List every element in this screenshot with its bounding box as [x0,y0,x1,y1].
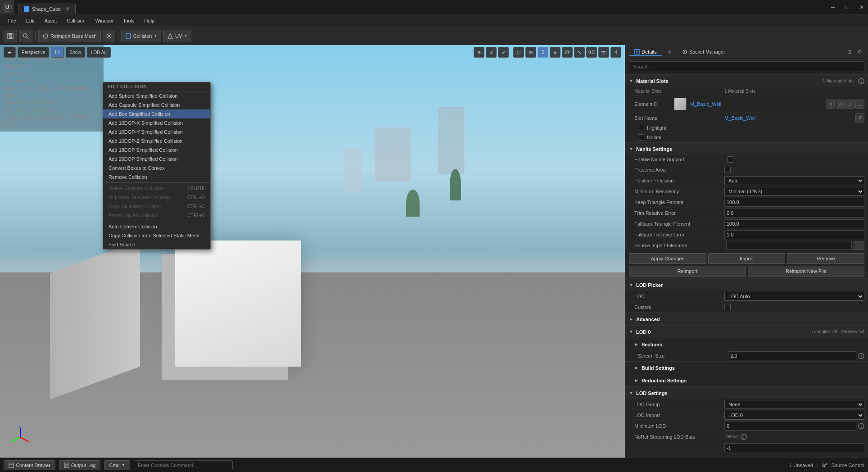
minimum-residency-select[interactable]: Minimal (32KB) [724,187,864,196]
search-button[interactable] [19,30,32,42]
camera-value[interactable]: 4 [610,47,621,58]
nanite-settings-section-header[interactable]: ▼ Nanite Settings [625,142,868,155]
collision-button[interactable]: Collision ▼ [121,30,162,42]
lod-settings-section-header[interactable]: ▼ LOD Settings [625,386,868,399]
grid-button[interactable]: ⊞ [525,47,536,58]
menu-tools[interactable]: Tools [118,17,139,24]
ctx-auto-convex[interactable]: Auto Convex Collision [103,222,210,231]
mat-use-button[interactable]: ↺ [826,100,835,109]
min-lod-input[interactable] [724,422,856,431]
ctx-add-18dop[interactable]: Add 18DOP Simplified Collision [103,145,210,154]
minimize-button[interactable]: ─ [827,3,839,11]
slot-reset-button[interactable]: ↺ [855,113,864,123]
ctx-add-26dop[interactable]: Add 26DOP Simplified Collision [103,154,210,163]
material-slots-info[interactable]: i [858,78,864,84]
lod-select[interactable]: LOD Auto [724,292,864,301]
preserve-area-checkbox[interactable] [724,167,731,173]
details-tab[interactable]: Details [629,48,662,56]
menu-window[interactable]: Window [91,17,118,24]
menu-asset[interactable]: Asset [40,17,62,24]
reimport-button[interactable]: Reimport Base Mesh [38,30,101,42]
title-tab-shape-cube[interactable]: Shape_Cube ✕ [18,4,76,14]
menu-edit[interactable]: Edit [22,17,39,24]
hamburger-menu[interactable]: ☰ [4,47,16,58]
panel-settings[interactable]: ⚙ [855,48,864,57]
fallback-triangle-input[interactable] [724,219,864,228]
ue-logo[interactable]: U [0,0,14,14]
reimport-new-file-button[interactable]: Reimport New File [748,266,865,277]
snap-value[interactable]: 10° [562,47,573,58]
import-button[interactable]: Import [708,253,786,264]
ctx-copy-selected[interactable]: Copy Selected Collision CTRL+C [103,202,210,211]
details-tab-close[interactable]: ✕ [666,49,673,56]
material-swatch[interactable] [674,98,687,110]
lod-group-select[interactable]: None [724,400,864,409]
ctx-find-source[interactable]: Find Source [103,240,210,249]
source-import-input[interactable] [726,241,852,250]
angle-snap[interactable]: ◈ [550,47,561,58]
source-browse-button[interactable]: … [854,241,864,250]
panel-grid-view[interactable]: ⊞ [845,48,854,57]
ctx-remove-collision[interactable]: Remove Collision [103,172,210,182]
lod-import-select[interactable]: LOD 0 [724,411,864,420]
lod0-section-header[interactable]: ▼ LOD 0 Triangles: 48 Vertices: 54 [625,325,868,338]
ctx-paste-copied[interactable]: Paste Copied Collision CTRL+V [103,211,210,220]
mat-find-button[interactable]: ⬡ [836,100,845,109]
output-log-button[interactable]: Output Log [59,460,100,470]
camera-speed[interactable]: 📷 [598,47,609,58]
reduction-settings-section-header[interactable]: ► Reduction Settings [625,374,868,386]
perspective-button[interactable]: Perspective [18,47,49,58]
scale-value[interactable]: 0.5 [586,47,597,58]
content-drawer-button[interactable]: Content Drawer [4,460,55,470]
save-button[interactable] [4,30,17,42]
ctx-add-sphere[interactable]: Add Sphere Simplified Collision [103,91,210,100]
position-precision-select[interactable]: Auto [724,176,864,185]
scene-button[interactable]: ⬡ [513,47,524,58]
menu-help[interactable]: Help [140,17,159,24]
enable-nanite-checkbox[interactable] [727,156,733,163]
build-settings-section-header[interactable]: ► Build Settings [625,361,868,374]
apply-changes-button[interactable]: Apply Changes [629,253,706,264]
socket-manager-tab[interactable]: Socket Manager [677,48,731,56]
mat-more-button[interactable]: … [855,100,864,109]
material-slots-section-header[interactable]: ▼ Material Slots 1 Material Slots i [625,74,868,87]
reimport-button[interactable]: Reimport [629,266,746,277]
ctx-add-10dopy[interactable]: Add 10DOP-Y Simplified Collision [103,127,210,136]
ctx-add-box[interactable]: Add Box Simplified Collision [103,109,210,118]
ctx-add-capsule[interactable]: Add Capsule Simplified Collision [103,100,210,109]
fallback-error-input[interactable] [724,230,864,239]
menu-collision[interactable]: Collision [62,17,90,24]
highlight-checkbox[interactable] [638,125,644,131]
ctx-delete-selected[interactable]: Delete Selected Collision DELETE [103,184,210,193]
lit-button[interactable]: Lit [51,47,64,58]
ctx-duplicate-selected[interactable]: Duplicate Selected Collision CTRL+D [103,193,210,202]
noref-value-input[interactable] [724,443,864,452]
tab-close-icon[interactable]: ✕ [65,6,70,12]
translate-icon[interactable]: ⊕ [474,47,484,58]
settings-button[interactable] [103,30,115,42]
ctx-convert-boxes[interactable]: Convert Boxes to Convex [103,163,210,172]
ctx-copy-collision[interactable]: Copy Collision from Selected Static Mesh [103,231,210,240]
show-button[interactable]: Show [66,47,85,58]
mat-open-button[interactable]: ⤴ [845,100,854,109]
close-button[interactable]: ✕ [855,3,868,11]
remove-button[interactable]: Remove [787,253,864,264]
lod-auto-button[interactable]: LOD Au [87,47,111,58]
scale-icon[interactable]: ⤢ [498,47,509,58]
screen-size-input[interactable] [728,351,856,360]
console-input[interactable] [134,460,233,470]
ctx-add-10dopz[interactable]: Add 10DOP-Z Simplified Collision [103,136,210,145]
ctx-add-10dopx[interactable]: Add 10DOP-X Simplified Collision [103,118,210,127]
search-input[interactable] [629,61,864,72]
menu-file[interactable]: File [4,17,21,24]
custom-checkbox[interactable] [724,304,731,310]
cmd-button[interactable]: Cmd ▼ [104,460,130,470]
keep-triangle-input[interactable] [724,198,864,207]
sections-section-header[interactable]: ► Sections [625,338,868,350]
maximize-button[interactable]: □ [841,3,854,11]
viewport-container[interactable]: LOD: 0 Current Screen Size: 0.703034 Tri… [0,45,625,458]
advanced-section-header[interactable]: ► Advanced [625,313,868,325]
scale-snap[interactable]: ⤡ [574,47,585,58]
trim-error-input[interactable] [724,209,864,218]
isolate-checkbox[interactable] [638,134,644,141]
